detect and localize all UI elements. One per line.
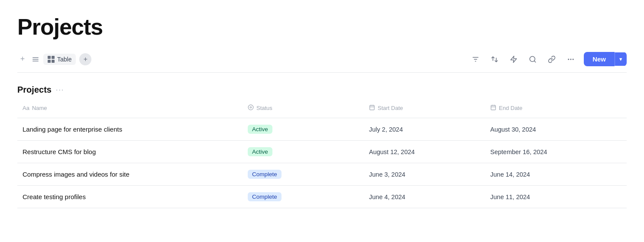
svg-marker-3 — [511, 56, 517, 62]
cell-status-3: Complete — [243, 187, 364, 207]
col-header-end-date: End Date — [485, 102, 627, 114]
more-options-icon[interactable] — [565, 53, 577, 65]
col-header-name-label: Name — [32, 105, 47, 111]
svg-rect-11 — [370, 105, 375, 110]
cell-end-date-2: June 14, 2024 — [485, 166, 627, 183]
cell-start-date-1: August 12, 2024 — [364, 143, 485, 161]
toolbar: + Table + — [17, 52, 627, 73]
svg-point-9 — [248, 105, 253, 110]
col-header-status: Status — [243, 102, 364, 114]
svg-point-7 — [570, 59, 571, 60]
toolbar-left: + Table + — [17, 53, 91, 65]
sort-icon[interactable] — [489, 53, 501, 65]
drag-handle-icon — [31, 56, 40, 62]
cell-status-1: Active — [243, 142, 364, 161]
col-header-name: Aa Name — [17, 102, 243, 114]
name-col-icon: Aa — [23, 105, 29, 111]
cell-start-date-2: June 3, 2024 — [364, 166, 485, 183]
table-row[interactable]: Create testing profiles Complete June 4,… — [17, 186, 627, 208]
cell-start-date-0: July 2, 2024 — [364, 121, 485, 138]
col-header-start-date-label: Start Date — [378, 105, 403, 111]
cell-name-2: Compress images and videos for site — [17, 165, 243, 183]
start-date-col-icon — [369, 104, 375, 112]
cell-name-1: Restructure CMS for blog — [17, 143, 243, 161]
new-button[interactable]: New — [584, 52, 615, 66]
cell-status-2: Complete — [243, 165, 364, 184]
cell-end-date-1: September 16, 2024 — [485, 143, 627, 161]
new-button-chevron[interactable]: ▾ — [615, 52, 627, 66]
col-header-start-date: Start Date — [364, 102, 485, 114]
link-icon[interactable] — [546, 53, 558, 65]
toolbar-right: New ▾ — [469, 52, 627, 66]
cell-name-0: Landing page for enterprise clients — [17, 120, 243, 138]
new-button-group: New ▾ — [584, 52, 627, 66]
automation-icon[interactable] — [508, 53, 520, 65]
cell-start-date-3: June 4, 2024 — [364, 188, 485, 206]
table-row[interactable]: Compress images and videos for site Comp… — [17, 163, 627, 186]
filter-icon[interactable] — [469, 53, 482, 65]
status-badge-0: Active — [248, 125, 272, 134]
table-view-label: Table — [57, 56, 71, 63]
status-col-icon — [248, 104, 254, 112]
status-badge-1: Active — [248, 147, 272, 156]
cell-end-date-0: August 30, 2024 — [485, 121, 627, 138]
svg-point-6 — [568, 59, 569, 60]
cell-end-date-3: June 11, 2024 — [485, 188, 627, 206]
page-title: Projects — [17, 14, 627, 40]
table-row[interactable]: Landing page for enterprise clients Acti… — [17, 118, 627, 141]
table-header: Aa Name Status Start Date — [17, 102, 627, 118]
svg-rect-15 — [491, 105, 496, 110]
table-icon — [48, 56, 55, 63]
status-badge-2: Complete — [248, 170, 282, 179]
svg-line-5 — [534, 61, 536, 62]
svg-point-10 — [250, 106, 252, 108]
col-header-end-date-label: End Date — [499, 105, 522, 111]
table-body: Landing page for enterprise clients Acti… — [17, 118, 627, 208]
section-menu-icon[interactable]: ··· — [56, 86, 64, 94]
cell-name-3: Create testing profiles — [17, 188, 243, 206]
add-view-plus-icon[interactable]: + — [17, 54, 28, 65]
table-view-tab[interactable]: Table — [43, 54, 76, 65]
cell-status-0: Active — [243, 119, 364, 139]
col-header-status-label: Status — [256, 105, 272, 111]
add-view-button[interactable]: + — [79, 53, 91, 65]
end-date-col-icon — [490, 104, 496, 112]
status-badge-3: Complete — [248, 192, 282, 201]
svg-point-8 — [573, 59, 574, 60]
section-header: Projects ··· — [17, 85, 627, 95]
table-row[interactable]: Restructure CMS for blog Active August 1… — [17, 141, 627, 163]
section-title: Projects — [17, 85, 52, 95]
search-icon[interactable] — [527, 53, 539, 65]
page-container: Projects + Table + — [0, 0, 644, 208]
projects-table: Aa Name Status Start Date — [17, 102, 627, 208]
